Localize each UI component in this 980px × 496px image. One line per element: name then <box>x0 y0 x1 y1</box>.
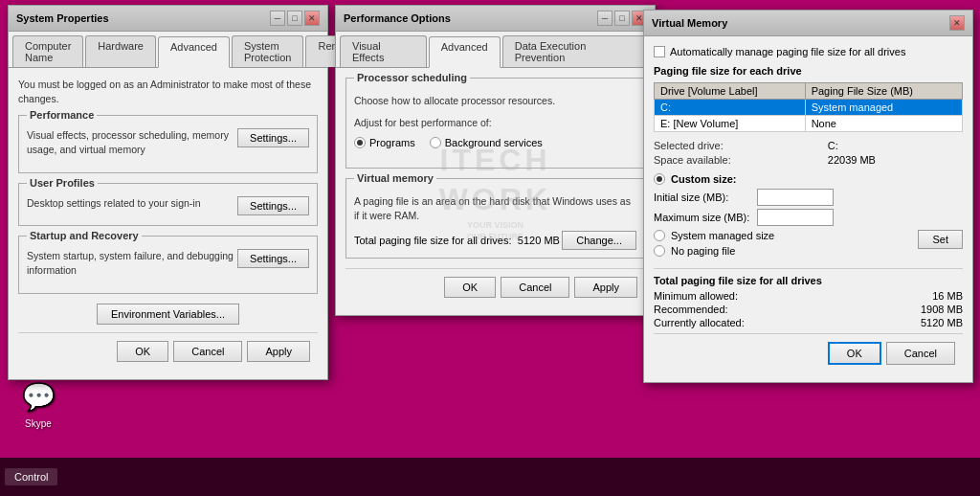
minimize-button[interactable]: ─ <box>270 11 285 26</box>
paging-file-label: Paging file size for each drive <box>654 65 963 77</box>
tab-advanced[interactable]: Advanced <box>158 36 230 68</box>
performance-options-controls: ─ □ ✕ <box>597 11 647 26</box>
drive-e-label: E: [New Volume] <box>655 116 806 132</box>
close-button[interactable]: ✕ <box>304 11 320 26</box>
performance-options-title: Performance Options <box>344 12 451 24</box>
taskbar: Control <box>0 458 980 496</box>
system-properties-bottom-buttons: OK Cancel Apply <box>18 332 318 370</box>
vm-total-label: Total paging file size for all drives: <box>354 235 511 246</box>
max-size-input[interactable] <box>757 209 834 226</box>
table-row-e[interactable]: E: [New Volume] None <box>655 116 963 132</box>
selected-drive-label: Selected drive: <box>654 140 818 151</box>
performance-options-titlebar[interactable]: Performance Options ─ □ ✕ <box>336 6 655 32</box>
virtual-memory-bottom-buttons: OK Cancel <box>654 333 963 372</box>
total-paging-section: Total paging file size for all drives Mi… <box>654 268 963 328</box>
virtual-memory-window: Virtual Memory ✕ Automatically manage pa… <box>643 10 973 383</box>
drive-e-size: None <box>805 116 962 132</box>
virt-close-button[interactable]: ✕ <box>949 15 965 31</box>
perf-maximize-button[interactable]: □ <box>614 11 630 26</box>
environment-variables-button[interactable]: Environment Variables... <box>97 304 239 325</box>
performance-options-tabs: Visual Effects Advanced Data Execution P… <box>336 32 655 68</box>
recommended-row: Recommended: 1908 MB <box>654 304 963 315</box>
custom-size-radio[interactable] <box>654 173 665 185</box>
virtual-memory-desc: A paging file is an area on the hard dis… <box>354 194 636 222</box>
system-properties-controls: ─ □ ✕ <box>270 11 320 26</box>
initial-size-row: Initial size (MB): <box>654 189 963 206</box>
system-managed-label: System managed size <box>671 230 774 241</box>
desktop-icon-skype[interactable]: 💬 Skype <box>10 377 67 429</box>
currently-allocated-row: Currently allocated: 5120 MB <box>654 317 963 328</box>
taskbar-item-control[interactable]: Control <box>5 468 57 485</box>
performance-options-window: Performance Options ─ □ ✕ Visual Effects… <box>335 5 656 316</box>
system-properties-titlebar[interactable]: System Properties ─ □ ✕ <box>9 6 327 32</box>
cancel-button[interactable]: Cancel <box>173 341 242 362</box>
virtual-memory-section: Virtual memory A paging file is an area … <box>345 178 645 258</box>
tab-visual-effects[interactable]: Visual Effects <box>340 35 427 67</box>
auto-manage-label: Automatically manage paging file size fo… <box>670 46 905 57</box>
maximize-button[interactable]: □ <box>287 11 302 26</box>
min-allowed-value: 16 MB <box>932 290 963 302</box>
system-managed-radio[interactable] <box>654 230 665 241</box>
performance-radio-group: Programs Background services <box>354 137 636 148</box>
skype-label: Skype <box>25 418 52 429</box>
virtual-memory-content: Automatically manage paging file size fo… <box>644 36 972 382</box>
programs-label: Programs <box>369 137 415 148</box>
admin-message: You must be logged on as an Administrato… <box>18 78 318 105</box>
tab-system-protection[interactable]: System Protection <box>232 35 304 67</box>
drive-table-section: Drive [Volume Label] Paging File Size (M… <box>654 82 963 132</box>
perf-cancel-button[interactable]: Cancel <box>501 277 569 298</box>
performance-options-bottom-buttons: OK Cancel Apply <box>345 268 645 305</box>
col-size: Paging File Size (MB) <box>805 83 962 100</box>
programs-option[interactable]: Programs <box>354 137 415 148</box>
custom-size-section: Custom size: Initial size (MB): Maximum … <box>654 173 963 226</box>
user-profiles-settings-button[interactable]: Settings... <box>237 196 309 215</box>
auto-manage-checkbox[interactable] <box>654 46 665 57</box>
system-managed-row: Set System managed size No paging file <box>654 230 963 260</box>
perf-ok-button[interactable]: OK <box>444 277 496 298</box>
tab-hardware[interactable]: Hardware <box>85 35 156 67</box>
drive-c-label: C: <box>655 100 806 116</box>
system-properties-tabs: Computer Name Hardware Advanced System P… <box>9 32 327 68</box>
processor-scheduling-section: Processor scheduling Choose how to alloc… <box>345 78 645 169</box>
set-button[interactable]: Set <box>918 230 963 249</box>
tab-advanced-perf[interactable]: Advanced <box>429 36 501 68</box>
vm-total-value: 5120 MB <box>518 235 560 246</box>
user-profiles-section: User Profiles Settings... Desktop settin… <box>18 183 318 227</box>
background-services-radio[interactable] <box>430 137 441 148</box>
vm-total-row: Total paging file size for all drives: 5… <box>354 231 636 250</box>
tab-computer-name[interactable]: Computer Name <box>12 35 83 67</box>
apply-button[interactable]: Apply <box>247 341 310 362</box>
recommended-value: 1908 MB <box>921 304 963 315</box>
tab-dep[interactable]: Data Execution Prevention <box>502 35 649 67</box>
virt-cancel-button[interactable]: Cancel <box>886 342 955 365</box>
custom-size-row: Custom size: <box>654 173 963 185</box>
user-profiles-title: User Profiles <box>27 177 98 189</box>
system-properties-window: System Properties ─ □ ✕ Computer Name Ha… <box>8 5 328 380</box>
selected-drive-value: C: <box>828 140 963 151</box>
space-available-label: Space available: <box>654 154 818 166</box>
max-size-label: Maximum size (MB): <box>654 212 749 223</box>
virt-ok-button[interactable]: OK <box>828 342 881 365</box>
perf-apply-button[interactable]: Apply <box>574 277 637 298</box>
programs-radio[interactable] <box>354 137 366 148</box>
performance-title: Performance <box>27 109 97 121</box>
selected-drive-info: Selected drive: C: Space available: 2203… <box>654 140 963 166</box>
background-services-option[interactable]: Background services <box>430 137 543 148</box>
startup-recovery-title: Startup and Recovery <box>27 230 142 241</box>
virtual-memory-titlebar[interactable]: Virtual Memory ✕ <box>644 11 972 36</box>
system-managed-option: System managed size <box>654 230 918 241</box>
ok-button[interactable]: OK <box>117 341 168 362</box>
no-paging-radio[interactable] <box>654 245 665 257</box>
table-row-c[interactable]: C: System managed <box>655 100 963 116</box>
startup-recovery-settings-button[interactable]: Settings... <box>237 249 309 268</box>
space-available-value: 22039 MB <box>828 154 963 166</box>
currently-allocated-label: Currently allocated: <box>654 317 745 328</box>
initial-size-input[interactable] <box>757 189 834 206</box>
col-drive: Drive [Volume Label] <box>655 83 806 100</box>
performance-settings-button[interactable]: Settings... <box>237 128 309 147</box>
perf-minimize-button[interactable]: ─ <box>597 11 612 26</box>
skype-icon: 💬 <box>19 377 57 416</box>
change-button[interactable]: Change... <box>562 231 636 250</box>
drive-c-size: System managed <box>805 100 962 116</box>
no-paging-option: No paging file <box>654 245 918 257</box>
